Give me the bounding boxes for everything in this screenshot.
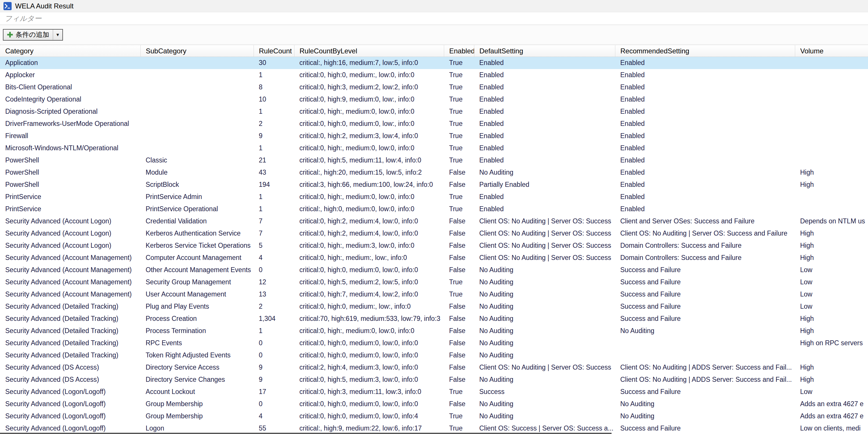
table-row[interactable]: Security Advanced (DS Access)Directory S… <box>0 362 868 374</box>
cell-volume <box>795 118 868 130</box>
table-row[interactable]: Diagnosis-Scripted Operational1critical:… <box>0 105 868 118</box>
cell-volume: High <box>795 166 868 179</box>
cell-enabled: True <box>444 154 474 166</box>
column-header-recommendedsetting[interactable]: RecommendedSetting <box>615 45 795 57</box>
cell-rulecount: 1 <box>253 105 294 118</box>
table-row[interactable]: Security Advanced (Account Management)Ot… <box>0 264 868 276</box>
cell-enabled: False <box>444 227 474 240</box>
cell-recommendedsetting: Enabled <box>615 105 795 118</box>
app-window: WELA Audit Result 条件の追加 ▼ <box>0 0 868 434</box>
cell-volume: Low <box>795 264 868 276</box>
table-row[interactable]: Bits-Client Operational8critical:0, high… <box>0 81 868 93</box>
table-row[interactable]: PowerShellClassic21critical:0, high:5, m… <box>0 154 868 166</box>
cell-rulecount: 2 <box>253 301 294 313</box>
cell-category: Security Advanced (Account Management) <box>0 252 141 264</box>
table-row[interactable]: Security Advanced (Account Management)Se… <box>0 276 868 288</box>
cell-defaultsetting: Enabled <box>474 154 615 166</box>
cell-recommendedsetting: Client and Server OSes: Success and Fail… <box>615 215 795 227</box>
cell-subcategory <box>141 142 253 154</box>
app-icon <box>3 2 11 10</box>
table-row[interactable]: CodeIntegrity Operational10critical:0, h… <box>0 93 868 105</box>
table-row[interactable]: Security Advanced (Account Logon)Credent… <box>0 215 868 227</box>
audit-result-grid: CategorySubCategoryRuleCountRuleCountByL… <box>0 45 868 434</box>
cell-rulecountbylevel: critical:0, high:5, medium:2, low:5, inf… <box>294 276 444 288</box>
cell-defaultsetting: No Auditing <box>474 325 615 337</box>
cell-category: Security Advanced (DS Access) <box>0 362 141 374</box>
cell-rulecountbylevel: critical:0, high:2, medium:4, low:0, inf… <box>294 227 444 240</box>
cell-rulecount: 0 <box>253 398 294 410</box>
cell-recommendedsetting: Client OS: No Auditing | ADDS Server: Su… <box>615 374 795 386</box>
table-row[interactable]: Security Advanced (Account Logon)Kerbero… <box>0 227 868 240</box>
table-row[interactable]: Security Advanced (Detailed Tracking)Pro… <box>0 313 868 325</box>
table-row[interactable]: Microsoft-Windows-NTLM/Operational1criti… <box>0 142 868 154</box>
cell-category: Application <box>0 57 141 69</box>
cell-rulecount: 194 <box>253 179 294 191</box>
table-row[interactable]: Applocker1critical:0, high:0, medium:, l… <box>0 69 868 81</box>
cell-defaultsetting: Client OS: Success | Server OS: Success … <box>474 423 615 434</box>
cell-subcategory: Group Membership <box>141 398 253 410</box>
cell-subcategory: Directory Service Access <box>141 362 253 374</box>
cell-category: Applocker <box>0 69 141 81</box>
cell-rulecount: 5 <box>253 240 294 252</box>
cell-recommendedsetting: Enabled <box>615 81 795 93</box>
table-row[interactable]: DriverFrameworks-UserMode Operational2cr… <box>0 118 868 130</box>
table-row[interactable]: Security Advanced (Account Logon)Kerbero… <box>0 240 868 252</box>
cell-rulecount: 12 <box>253 276 294 288</box>
cell-rulecountbylevel: critical:0, high:, medium:0, low:0, info… <box>294 142 444 154</box>
cell-enabled: True <box>444 276 474 288</box>
cell-category: PowerShell <box>0 166 141 179</box>
cell-recommendedsetting: Enabled <box>615 142 795 154</box>
table-row[interactable]: Security Advanced (Logon/Logoff)Group Me… <box>0 410 868 423</box>
cell-defaultsetting: No Auditing <box>474 349 615 362</box>
column-header-volume[interactable]: Volume <box>795 45 868 57</box>
column-header-rulecountbylevel[interactable]: RuleCountByLevel <box>294 45 444 57</box>
table-row[interactable]: Security Advanced (Logon/Logoff)Group Me… <box>0 398 868 410</box>
table-row[interactable]: Security Advanced (Detailed Tracking)Plu… <box>0 301 868 313</box>
cell-defaultsetting: Enabled <box>474 69 615 81</box>
cell-rulecountbylevel: critical:0, high:, medium:, low:, info:0 <box>294 252 444 264</box>
cell-volume <box>795 130 868 142</box>
table-row[interactable]: Security Advanced (Detailed Tracking)RPC… <box>0 337 868 349</box>
column-header-rulecount[interactable]: RuleCount <box>253 45 294 57</box>
cell-category: Microsoft-Windows-NTLM/Operational <box>0 142 141 154</box>
column-header-enabled[interactable]: Enabled <box>444 45 474 57</box>
cell-rulecountbylevel: critical:0, high:0, medium:0, low:0, inf… <box>294 264 444 276</box>
table-row[interactable]: Security Advanced (DS Access)Directory S… <box>0 374 868 386</box>
cell-defaultsetting: Enabled <box>474 191 615 203</box>
cell-defaultsetting: Client OS: No Auditing | Server OS: Succ… <box>474 215 615 227</box>
cell-rulecountbylevel: critical:0, high:, medium:0, low:0, info… <box>294 191 444 203</box>
cell-subcategory: Other Account Management Events <box>141 264 253 276</box>
table-row[interactable]: Firewall9critical:0, high:2, medium:3, l… <box>0 130 868 142</box>
table-row[interactable]: Security Advanced (Detailed Tracking)Pro… <box>0 325 868 337</box>
table-row[interactable]: Security Advanced (Account Management)Co… <box>0 252 868 264</box>
filter-input[interactable] <box>2 12 866 25</box>
column-header-defaultsetting[interactable]: DefaultSetting <box>474 45 615 57</box>
cell-recommendedsetting: Client OS: No Auditing | Server OS: Succ… <box>615 227 795 240</box>
column-header-subcategory[interactable]: SubCategory <box>141 45 253 57</box>
table-row[interactable]: Security Advanced (Detailed Tracking)Tok… <box>0 349 868 362</box>
cell-defaultsetting: No Auditing <box>474 264 615 276</box>
table-row[interactable]: PrintServicePrintService Admin1critical:… <box>0 191 868 203</box>
cell-enabled: True <box>444 386 474 398</box>
table-row[interactable]: Security Advanced (Logon/Logoff)Account … <box>0 386 868 398</box>
table-row[interactable]: Application30critical:, high:16, medium:… <box>0 57 868 69</box>
cell-rulecount: 1,304 <box>253 313 294 325</box>
cell-rulecount: 1 <box>253 203 294 215</box>
add-condition-button[interactable]: 条件の追加 ▼ <box>3 29 63 41</box>
cell-volume <box>795 349 868 362</box>
window-title: WELA Audit Result <box>15 2 73 10</box>
cell-recommendedsetting: Enabled <box>615 118 795 130</box>
toolbar: 条件の追加 ▼ <box>0 25 868 45</box>
cell-category: CodeIntegrity Operational <box>0 93 141 105</box>
cell-subcategory <box>141 57 253 69</box>
table-row[interactable]: Security Advanced (Account Management)Us… <box>0 288 868 301</box>
cell-volume: High <box>795 179 868 191</box>
cell-rulecountbylevel: critical:0, high:0, medium:, low:, info:… <box>294 301 444 313</box>
table-row[interactable]: PowerShellModule43critical:, high:20, me… <box>0 166 868 179</box>
table-row[interactable]: PrintServicePrintService Operational1cri… <box>0 203 868 215</box>
table-row[interactable]: PowerShellScriptBlock194critical:3, high… <box>0 179 868 191</box>
table-row[interactable]: Security Advanced (Logon/Logoff)Logon55c… <box>0 423 868 434</box>
cell-rulecount: 1 <box>253 325 294 337</box>
cell-subcategory: Security Group Management <box>141 276 253 288</box>
column-header-category[interactable]: Category <box>0 45 141 57</box>
